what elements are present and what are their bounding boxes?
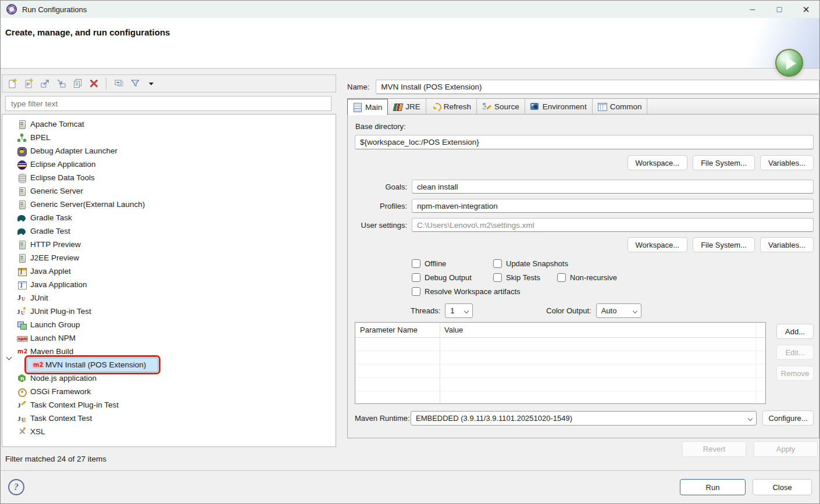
page-title: Create, manage, and run configurations [5,27,170,37]
tree-item-gradle-test[interactable]: Gradle Test [2,224,336,238]
server-icon [17,187,27,196]
parameter-table[interactable]: Parameter Name Value [355,322,766,404]
tree-item-java-application[interactable]: Java Application [2,278,336,291]
jre-tab-icon [393,102,402,111]
tree-item-bpel[interactable]: BPEL [2,131,336,144]
user-settings-input[interactable] [412,218,814,232]
goals-label: Goals: [355,183,407,191]
tree-item-generic-server-external-launch[interactable]: Generic Server(External Launch) [2,198,336,211]
checkbox-skip-tests[interactable]: Skip Tests [493,273,557,282]
bpel-icon [17,133,27,142]
profiles-input[interactable] [412,199,814,213]
remove-button[interactable]: Remove [776,366,814,381]
color-output-select[interactable]: Auto [596,303,641,318]
file-system-button[interactable]: File System... [693,237,755,252]
delete-launch-configuration-icon[interactable] [88,78,99,89]
tab-common[interactable]: Common [593,99,648,114]
dialog-footer: Run Close [1,470,819,503]
chevron-down-icon [632,308,637,313]
maven-runtime-select[interactable]: EMBEDDED (3.9.11/3.9.1101.20251020-1549) [411,411,757,426]
table-row[interactable] [355,391,765,404]
selected-item-box: MVN Install (POS Extension) [27,358,158,372]
tree-item-label: Generic Server(External Launch) [30,200,145,209]
table-row[interactable] [355,351,765,364]
tree-item-task-context-plug-in-test[interactable]: Task Context Plug-in Test [2,398,336,412]
tab-environment[interactable]: Environment [525,99,593,114]
base-directory-input[interactable] [355,135,814,149]
tab-refresh[interactable]: Refresh [426,99,477,114]
edit-button[interactable]: Edit... [776,345,814,360]
tree-item-osgi-framework[interactable]: OSGi Framework [2,385,336,398]
tree-item-junit-plug-in-test[interactable]: JUnit Plug-in Test [2,305,336,318]
import-launch-configurations-icon[interactable] [56,78,66,89]
tree-item-http-preview[interactable]: HTTP Preview [2,238,336,251]
checkbox-debug-output[interactable]: Debug Output [412,273,493,282]
table-row[interactable] [355,364,765,378]
tree-item-node-js-application[interactable]: Node.js application [2,371,336,385]
variables-button[interactable]: Variables... [760,155,814,170]
tree-item-mvn-install-pos-extension[interactable]: MVN Install (POS Extension) [2,358,336,371]
minimize-icon[interactable] [739,1,766,18]
tree-item-apache-tomcat[interactable]: Apache Tomcat [2,117,336,131]
goals-input[interactable] [412,180,814,194]
filter-launch-configurations-icon[interactable] [130,78,140,89]
checkbox-offline[interactable]: Offline [412,259,493,268]
tree-item-launch-group[interactable]: Launch Group [2,318,336,331]
tab-label: Environment [543,102,587,111]
new-launch-configuration-icon[interactable] [7,78,17,89]
name-input[interactable] [376,80,819,94]
new-launch-prototype-icon[interactable]: P [23,78,34,89]
tab-jre[interactable]: JRE [388,99,426,114]
checkbox-resolve-workspace-artifacts[interactable]: Resolve Workspace artifacts [412,287,520,296]
tree-item-maven-build[interactable]: Maven Build [2,345,336,358]
toolbar-menu-chevron-icon[interactable] [146,78,156,89]
file-system-button[interactable]: File System... [693,155,755,170]
item-box: Eclipse Application [15,159,99,170]
column-value[interactable]: Value [440,326,463,334]
column-divider [440,323,440,403]
table-row[interactable] [355,378,765,391]
checkbox-non-recursive[interactable]: Non-recursive [557,273,617,282]
node-icon [17,374,27,383]
filter-input[interactable] [5,96,331,111]
threads-select[interactable]: 1 [445,303,473,318]
tree-item-java-applet[interactable]: Java Applet [2,264,336,278]
tree-item-gradle-task[interactable]: Gradle Task [2,211,336,224]
workspace-button[interactable]: Workspace... [628,237,688,252]
source-tab-icon [482,102,491,111]
tree-item-eclipse-application[interactable]: Eclipse Application [2,158,336,171]
close-button[interactable]: Close [753,479,812,495]
duplicate-launch-configuration-icon[interactable] [72,78,83,89]
run-button[interactable]: Run [680,479,746,495]
help-icon[interactable] [8,479,24,495]
tree-item-xsl[interactable]: XSL [2,425,336,438]
variables-button[interactable]: Variables... [760,237,814,252]
export-launch-configurations-icon[interactable] [40,78,50,89]
tree-item-task-context-test[interactable]: Task Context Test [2,412,336,425]
maximize-icon[interactable] [766,1,793,18]
tree-item-debug-adapter-launcher[interactable]: Debug Adapter Launcher [2,144,336,158]
tab-main[interactable]: Main [347,99,388,115]
table-row[interactable] [355,338,765,351]
collapse-all-icon[interactable] [113,78,124,89]
tree-item-generic-server[interactable]: Generic Server [2,184,336,198]
panel-sash[interactable] [336,69,347,470]
revert-button[interactable]: Revert [682,441,746,457]
workspace-button[interactable]: Workspace... [628,155,688,170]
tree-item-eclipse-data-tools[interactable]: Eclipse Data Tools [2,171,336,184]
configure-button[interactable]: Configure... [762,410,814,426]
close-icon[interactable] [793,1,819,18]
add-button[interactable]: Add... [776,324,814,339]
launch-config-panel: P [1,69,336,470]
tab-source[interactable]: Source [477,99,525,114]
parameter-table-header: Parameter Name Value [355,323,765,338]
tab-bar: MainJRERefreshSourceEnvironmentCommon [348,99,819,115]
tree-item-junit[interactable]: JUnit [2,291,336,305]
tree-item-j2ee-preview[interactable]: J2EE Preview [2,251,336,264]
tree-item-launch-npm[interactable]: Launch NPM [2,331,336,345]
checkbox-update-snapshots[interactable]: Update Snapshots [493,259,568,268]
column-parameter-name[interactable]: Parameter Name [355,326,440,334]
apply-button[interactable]: Apply [754,441,818,457]
checkbox-label: Non-recursive [570,273,617,282]
maven-runtime-value: EMBEDDED (3.9.11/3.9.1101.20251020-1549) [416,414,572,423]
